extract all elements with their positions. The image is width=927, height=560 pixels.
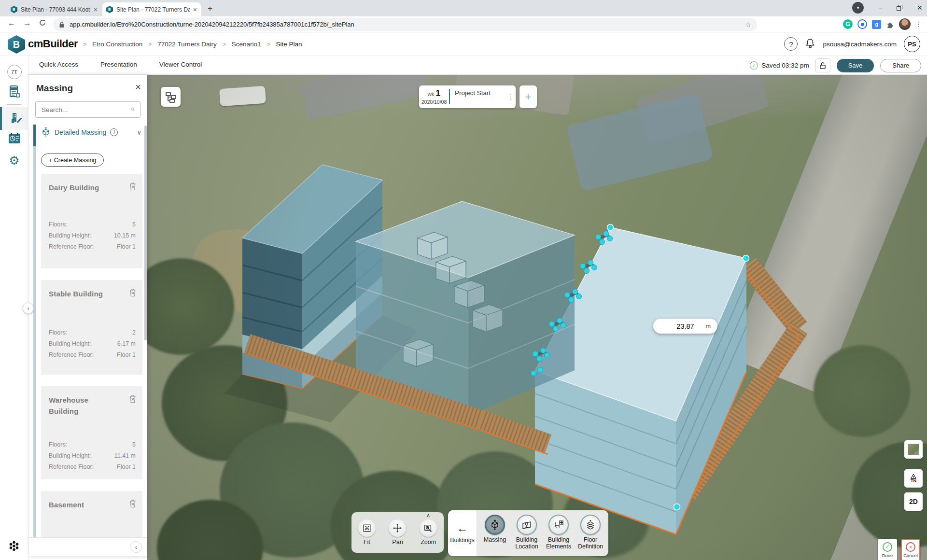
window-restore-button[interactable] <box>897 5 902 11</box>
breadcrumb-siteplan[interactable]: Site Plan <box>276 41 302 48</box>
massing-3d-scene[interactable] <box>147 75 927 560</box>
cmbuilder-logo-text[interactable]: cmBuilder <box>28 38 78 50</box>
search-icon <box>131 106 135 113</box>
chevron-down-icon[interactable]: ∨ <box>137 129 141 136</box>
back-to-buildings-button[interactable]: ← Buildings <box>448 510 477 556</box>
building-location-mode-button[interactable]: Building Location <box>511 515 543 550</box>
zoom-button[interactable]: Zoom <box>420 519 437 546</box>
schedule-calendar-icon[interactable] <box>0 132 28 145</box>
browser-tab-2-active[interactable]: B Site Plan - 77022 Turners Dairy | c × <box>102 2 201 16</box>
fit-button[interactable]: Fit <box>358 519 376 546</box>
expand-tools-icon[interactable]: ∧ <box>426 512 430 518</box>
floor-definition-mode-button[interactable]: Floor Definition <box>575 515 606 550</box>
browser-profile-avatar[interactable] <box>899 18 911 30</box>
new-tab-button[interactable]: + <box>208 4 212 14</box>
notifications-bell-icon[interactable] <box>805 38 815 50</box>
panel-scrollbar[interactable] <box>144 126 147 340</box>
card-title: Stable Building <box>49 288 103 299</box>
massing-search[interactable] <box>35 101 140 118</box>
delete-trash-icon[interactable] <box>129 182 137 191</box>
translate-extension-icon[interactable]: g <box>872 20 881 29</box>
menu-presentation[interactable]: Presentation <box>100 61 137 68</box>
tab-close-icon[interactable]: × <box>94 6 98 14</box>
grammarly-extension-icon[interactable]: G <box>843 19 853 29</box>
apps-grid-icon[interactable] <box>7 539 21 553</box>
panel-title: Massing <box>36 83 73 94</box>
massing-card-warehouse[interactable]: Warehouse Building Floors:5 Building Hei… <box>41 386 142 479</box>
browser-window: B Site Plan - 77093 444 Kootenay & × B S… <box>0 0 927 560</box>
url-text[interactable] <box>69 20 741 28</box>
building-elements-icon <box>548 515 569 535</box>
card-title: Basement <box>49 499 84 510</box>
add-week-button[interactable]: + <box>520 85 537 108</box>
browser-tab-1[interactable]: B Site Plan - 77093 444 Kootenay & × <box>7 2 101 16</box>
section-accent-strip <box>33 146 36 537</box>
true-north-button[interactable]: TN <box>904 469 923 488</box>
reload-icon[interactable] <box>39 19 46 27</box>
window-minimize-button[interactable]: – <box>878 4 882 12</box>
collapse-panel-icon[interactable]: ‹ <box>130 541 142 553</box>
breadcrumb-project[interactable]: Etro Construction <box>92 41 142 48</box>
project-documents-icon[interactable] <box>0 85 28 98</box>
delete-trash-icon[interactable] <box>129 499 137 508</box>
saved-status: ✓ Saved 03:32 pm <box>750 61 809 70</box>
settings-gear-icon[interactable]: ⚙ <box>0 154 28 168</box>
week-menu-icon[interactable]: ⋮ <box>506 85 516 108</box>
cmbuilder-logo-icon[interactable]: B <box>8 35 25 54</box>
breadcrumb-scenario[interactable]: Scenario1 <box>232 41 261 48</box>
fit-icon <box>358 519 376 537</box>
user-avatar[interactable]: PS <box>904 36 920 52</box>
info-icon[interactable]: i <box>110 128 118 136</box>
timeline-week-card[interactable]: wk1 2020/10/08 Project Start ⋮ <box>419 85 516 108</box>
expand-panel-chip[interactable]: › <box>23 303 34 314</box>
delete-trash-icon[interactable] <box>129 394 137 403</box>
done-button[interactable]: ✓ Done <box>878 539 897 560</box>
massing-mode-button[interactable]: Massing <box>479 515 511 543</box>
viewport-3d-canvas[interactable]: wk1 2020/10/08 Project Start ⋮ + 23.87 m… <box>147 75 927 560</box>
minimap-button[interactable] <box>904 440 923 459</box>
toggle-2d-button[interactable]: 2D <box>904 492 923 511</box>
tab-search-icon[interactable]: ▾ <box>852 2 864 14</box>
share-button[interactable]: Share <box>880 59 921 72</box>
menu-quick-access[interactable]: Quick Access <box>39 61 78 68</box>
extensions-puzzle-icon[interactable] <box>886 20 894 28</box>
create-massing-button[interactable]: + Create Massing <box>41 154 104 167</box>
window-close-button[interactable]: × <box>917 3 922 13</box>
building-location-icon <box>517 515 537 535</box>
lock-toggle-button[interactable] <box>815 58 830 72</box>
massing-tools-group: ← Buildings Massing Building Location <box>448 510 608 556</box>
url-input[interactable]: ☆ <box>53 18 757 31</box>
detailed-massing-section[interactable]: Detailed Massing i ∨ <box>41 127 141 138</box>
bookmark-star-icon[interactable]: ☆ <box>745 21 751 28</box>
1password-extension-icon[interactable] <box>857 19 867 29</box>
panel-footer: ‹ <box>28 537 147 556</box>
forward-icon[interactable]: ← <box>23 19 31 28</box>
cmbuilder-favicon: B <box>106 6 113 13</box>
search-input[interactable] <box>41 106 128 114</box>
back-arrow-icon: ← <box>457 522 468 534</box>
scenario-tree-button[interactable] <box>161 87 181 107</box>
breadcrumb-job[interactable]: 77022 Turners Dairy <box>157 41 216 48</box>
help-icon[interactable]: ? <box>784 37 798 51</box>
cancel-button[interactable]: × Cancel <box>901 539 920 560</box>
massing-card-dairy[interactable]: Dairy Building Floors:5 Building Height:… <box>41 174 142 268</box>
panel-close-icon[interactable]: × <box>135 82 141 93</box>
pan-button[interactable]: Pan <box>389 519 406 546</box>
save-button[interactable]: Save <box>837 59 874 72</box>
massing-card-basement[interactable]: Basement <box>41 491 142 537</box>
browser-titlebar: B Site Plan - 77093 444 Kootenay & × B S… <box>0 0 927 16</box>
dimension-input[interactable]: 23.87 m <box>653 319 717 334</box>
tab-close-icon[interactable]: × <box>193 6 197 14</box>
massing-card-stable[interactable]: Stable Building Floors:2 Building Height… <box>41 280 142 375</box>
browser-menu-icon[interactable]: ⋮ <box>915 20 922 28</box>
site-plan-tool-active[interactable] <box>0 107 28 130</box>
workspace-avatar[interactable]: 7T <box>0 65 28 79</box>
menu-viewer-control[interactable]: Viewer Control <box>159 61 202 68</box>
card-details: Floors:5 Building Height:10.15 m Referen… <box>49 219 136 252</box>
delete-trash-icon[interactable] <box>129 288 137 297</box>
building-elements-mode-button[interactable]: Building Elements <box>543 515 575 550</box>
user-email[interactable]: psousa@cadmakers.com <box>823 41 897 48</box>
section-label: Detailed Massing <box>55 128 106 136</box>
breadcrumb-separator: > <box>267 41 270 48</box>
back-icon[interactable]: ← <box>8 19 15 28</box>
